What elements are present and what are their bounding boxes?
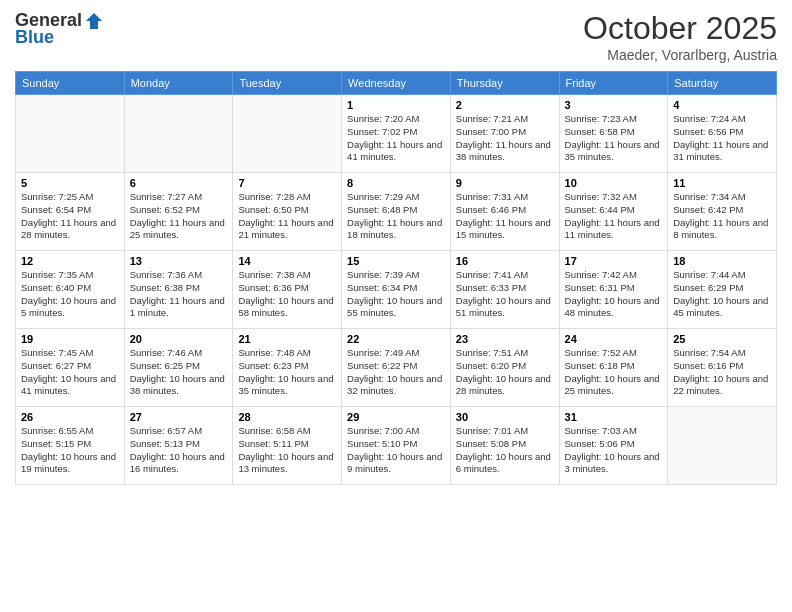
table-row [124, 95, 233, 173]
table-row: 24Sunrise: 7:52 AMSunset: 6:18 PMDayligh… [559, 329, 668, 407]
day-number: 28 [238, 411, 336, 423]
day-number: 17 [565, 255, 663, 267]
day-number: 24 [565, 333, 663, 345]
day-info: Sunrise: 7:54 AMSunset: 6:16 PMDaylight:… [673, 347, 771, 398]
day-number: 22 [347, 333, 445, 345]
day-info: Sunrise: 7:36 AMSunset: 6:38 PMDaylight:… [130, 269, 228, 320]
day-info: Sunrise: 7:27 AMSunset: 6:52 PMDaylight:… [130, 191, 228, 242]
day-number: 27 [130, 411, 228, 423]
day-info: Sunrise: 7:49 AMSunset: 6:22 PMDaylight:… [347, 347, 445, 398]
calendar-week-row: 12Sunrise: 7:35 AMSunset: 6:40 PMDayligh… [16, 251, 777, 329]
table-row [16, 95, 125, 173]
table-row: 27Sunrise: 6:57 AMSunset: 5:13 PMDayligh… [124, 407, 233, 485]
day-number: 20 [130, 333, 228, 345]
col-friday: Friday [559, 72, 668, 95]
day-info: Sunrise: 7:52 AMSunset: 6:18 PMDaylight:… [565, 347, 663, 398]
day-number: 5 [21, 177, 119, 189]
day-number: 7 [238, 177, 336, 189]
day-number: 12 [21, 255, 119, 267]
table-row: 2Sunrise: 7:21 AMSunset: 7:00 PMDaylight… [450, 95, 559, 173]
table-row: 10Sunrise: 7:32 AMSunset: 6:44 PMDayligh… [559, 173, 668, 251]
title-block: October 2025 Maeder, Vorarlberg, Austria [583, 10, 777, 63]
day-info: Sunrise: 7:44 AMSunset: 6:29 PMDaylight:… [673, 269, 771, 320]
table-row: 3Sunrise: 7:23 AMSunset: 6:58 PMDaylight… [559, 95, 668, 173]
table-row: 25Sunrise: 7:54 AMSunset: 6:16 PMDayligh… [668, 329, 777, 407]
day-number: 9 [456, 177, 554, 189]
table-row: 4Sunrise: 7:24 AMSunset: 6:56 PMDaylight… [668, 95, 777, 173]
table-row: 7Sunrise: 7:28 AMSunset: 6:50 PMDaylight… [233, 173, 342, 251]
day-number: 2 [456, 99, 554, 111]
day-info: Sunrise: 7:45 AMSunset: 6:27 PMDaylight:… [21, 347, 119, 398]
table-row: 21Sunrise: 7:48 AMSunset: 6:23 PMDayligh… [233, 329, 342, 407]
day-info: Sunrise: 7:41 AMSunset: 6:33 PMDaylight:… [456, 269, 554, 320]
day-number: 3 [565, 99, 663, 111]
day-info: Sunrise: 7:01 AMSunset: 5:08 PMDaylight:… [456, 425, 554, 476]
table-row: 26Sunrise: 6:55 AMSunset: 5:15 PMDayligh… [16, 407, 125, 485]
day-info: Sunrise: 6:58 AMSunset: 5:11 PMDaylight:… [238, 425, 336, 476]
day-number: 18 [673, 255, 771, 267]
logo-blue-text: Blue [15, 27, 54, 48]
day-number: 11 [673, 177, 771, 189]
day-number: 19 [21, 333, 119, 345]
day-number: 23 [456, 333, 554, 345]
table-row: 9Sunrise: 7:31 AMSunset: 6:46 PMDaylight… [450, 173, 559, 251]
day-number: 16 [456, 255, 554, 267]
day-info: Sunrise: 7:46 AMSunset: 6:25 PMDaylight:… [130, 347, 228, 398]
table-row: 16Sunrise: 7:41 AMSunset: 6:33 PMDayligh… [450, 251, 559, 329]
calendar-week-row: 1Sunrise: 7:20 AMSunset: 7:02 PMDaylight… [16, 95, 777, 173]
day-number: 21 [238, 333, 336, 345]
col-thursday: Thursday [450, 72, 559, 95]
day-number: 31 [565, 411, 663, 423]
table-row: 14Sunrise: 7:38 AMSunset: 6:36 PMDayligh… [233, 251, 342, 329]
table-row: 8Sunrise: 7:29 AMSunset: 6:48 PMDaylight… [342, 173, 451, 251]
day-number: 29 [347, 411, 445, 423]
day-info: Sunrise: 7:35 AMSunset: 6:40 PMDaylight:… [21, 269, 119, 320]
day-info: Sunrise: 7:32 AMSunset: 6:44 PMDaylight:… [565, 191, 663, 242]
month-title: October 2025 [583, 10, 777, 47]
day-info: Sunrise: 7:42 AMSunset: 6:31 PMDaylight:… [565, 269, 663, 320]
day-number: 14 [238, 255, 336, 267]
day-info: Sunrise: 7:00 AMSunset: 5:10 PMDaylight:… [347, 425, 445, 476]
table-row: 28Sunrise: 6:58 AMSunset: 5:11 PMDayligh… [233, 407, 342, 485]
day-number: 26 [21, 411, 119, 423]
table-row: 18Sunrise: 7:44 AMSunset: 6:29 PMDayligh… [668, 251, 777, 329]
table-row: 29Sunrise: 7:00 AMSunset: 5:10 PMDayligh… [342, 407, 451, 485]
table-row: 5Sunrise: 7:25 AMSunset: 6:54 PMDaylight… [16, 173, 125, 251]
table-row: 20Sunrise: 7:46 AMSunset: 6:25 PMDayligh… [124, 329, 233, 407]
calendar-week-row: 26Sunrise: 6:55 AMSunset: 5:15 PMDayligh… [16, 407, 777, 485]
table-row: 23Sunrise: 7:51 AMSunset: 6:20 PMDayligh… [450, 329, 559, 407]
col-monday: Monday [124, 72, 233, 95]
day-info: Sunrise: 7:28 AMSunset: 6:50 PMDaylight:… [238, 191, 336, 242]
table-row: 30Sunrise: 7:01 AMSunset: 5:08 PMDayligh… [450, 407, 559, 485]
day-number: 6 [130, 177, 228, 189]
day-info: Sunrise: 7:51 AMSunset: 6:20 PMDaylight:… [456, 347, 554, 398]
table-row: 19Sunrise: 7:45 AMSunset: 6:27 PMDayligh… [16, 329, 125, 407]
col-saturday: Saturday [668, 72, 777, 95]
table-row: 6Sunrise: 7:27 AMSunset: 6:52 PMDaylight… [124, 173, 233, 251]
day-info: Sunrise: 7:20 AMSunset: 7:02 PMDaylight:… [347, 113, 445, 164]
calendar-table: Sunday Monday Tuesday Wednesday Thursday… [15, 71, 777, 485]
day-info: Sunrise: 7:31 AMSunset: 6:46 PMDaylight:… [456, 191, 554, 242]
day-info: Sunrise: 7:29 AMSunset: 6:48 PMDaylight:… [347, 191, 445, 242]
table-row: 22Sunrise: 7:49 AMSunset: 6:22 PMDayligh… [342, 329, 451, 407]
location: Maeder, Vorarlberg, Austria [583, 47, 777, 63]
day-number: 1 [347, 99, 445, 111]
table-row [233, 95, 342, 173]
day-number: 13 [130, 255, 228, 267]
table-row: 13Sunrise: 7:36 AMSunset: 6:38 PMDayligh… [124, 251, 233, 329]
day-info: Sunrise: 7:23 AMSunset: 6:58 PMDaylight:… [565, 113, 663, 164]
day-number: 30 [456, 411, 554, 423]
col-tuesday: Tuesday [233, 72, 342, 95]
day-info: Sunrise: 6:57 AMSunset: 5:13 PMDaylight:… [130, 425, 228, 476]
calendar-week-row: 19Sunrise: 7:45 AMSunset: 6:27 PMDayligh… [16, 329, 777, 407]
day-info: Sunrise: 7:24 AMSunset: 6:56 PMDaylight:… [673, 113, 771, 164]
day-info: Sunrise: 7:38 AMSunset: 6:36 PMDaylight:… [238, 269, 336, 320]
day-info: Sunrise: 7:25 AMSunset: 6:54 PMDaylight:… [21, 191, 119, 242]
logo-icon [84, 11, 104, 31]
day-number: 10 [565, 177, 663, 189]
day-number: 25 [673, 333, 771, 345]
calendar-week-row: 5Sunrise: 7:25 AMSunset: 6:54 PMDaylight… [16, 173, 777, 251]
day-number: 4 [673, 99, 771, 111]
svg-marker-0 [86, 13, 102, 29]
day-info: Sunrise: 7:03 AMSunset: 5:06 PMDaylight:… [565, 425, 663, 476]
